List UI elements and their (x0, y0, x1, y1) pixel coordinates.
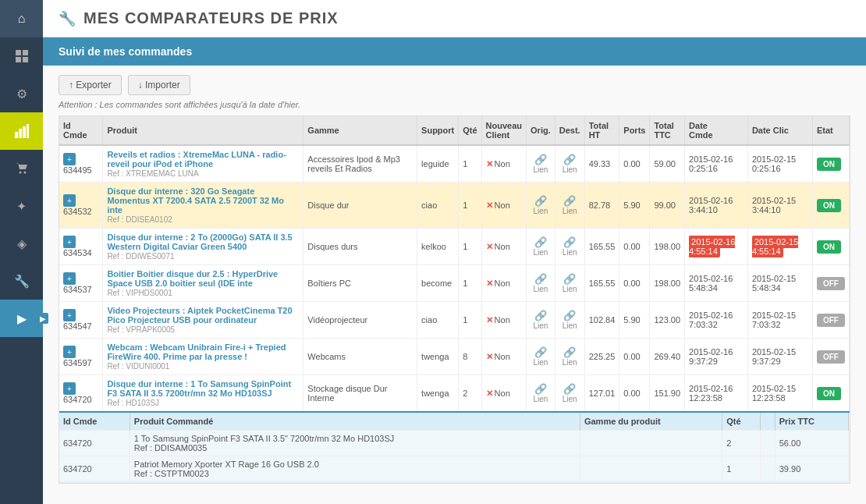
col-id[interactable]: IdCmde (59, 116, 103, 145)
sidebar-item-settings[interactable]: ⚙ (0, 75, 43, 112)
cell-dest: 🔗Lien (555, 183, 584, 229)
cell-etat: OFF (812, 265, 849, 302)
cell-total-ttc: 269.40 (650, 339, 685, 375)
col-support[interactable]: Support (417, 116, 459, 145)
cell-support: become (417, 265, 459, 302)
cell-qte: 1 (459, 229, 481, 265)
cell-dest: 🔗Lien (555, 375, 584, 413)
cell-produit: Webcam : Webcam Unibrain Fire-i + Trepie… (103, 339, 303, 375)
cell-gamme: Vidéoprojecteur (303, 302, 417, 339)
arrow-indicator: ▶ (37, 313, 48, 324)
sidebar-item-tags[interactable]: ◈ (0, 225, 43, 262)
toggle-button[interactable]: ON (817, 240, 841, 254)
col-produit[interactable]: Produit (103, 116, 303, 145)
cell-ports: 0.00 (619, 229, 650, 265)
cell-gamme: Accessoires Ipod & Mp3 reveils Et Radios (303, 145, 417, 183)
cell-id: + 634597 (59, 339, 103, 375)
cell-id: + 634547 (59, 302, 103, 339)
svg-rect-7 (27, 124, 29, 138)
cell-orig: 🔗Lien (527, 375, 555, 413)
toggle-button[interactable]: OFF (817, 314, 845, 327)
sidebar-item-tools[interactable]: 🔧 (0, 262, 43, 300)
col-date-clic[interactable]: Date Clic (747, 116, 812, 145)
svg-point-9 (23, 172, 26, 174)
section-header: Suivi de mes commandes (43, 37, 866, 66)
cell-total-ttc: 198.00 (650, 229, 685, 265)
cell-ports: 0.00 (619, 265, 650, 302)
toggle-button[interactable]: OFF (817, 350, 845, 364)
cell-nouveau-client: ✕ Non (481, 302, 526, 339)
col-total-ht[interactable]: TotalHT (584, 116, 619, 145)
cell-date-clic: 2015-02-15 4:55:14 (747, 229, 812, 265)
sidebar-item-users[interactable]: ✦ (0, 187, 43, 225)
cell-date-clic: 2015-02-15 9:37:29 (747, 339, 812, 375)
cell-orig: 🔗Lien (527, 265, 555, 302)
cell-ports: 5.90 (619, 183, 650, 229)
cell-produit: Disque dur interne : 1 To Samsung SpinPo… (103, 375, 303, 413)
cell-id: + 634532 (59, 183, 103, 229)
expand-button[interactable]: + (63, 194, 76, 207)
cell-date-cmde: 2015-02-16 5:48:34 (685, 265, 748, 302)
svg-rect-3 (23, 57, 28, 62)
col-date-cmde[interactable]: DateCmde (685, 116, 748, 145)
sidebar-item-home[interactable]: ⌂ (0, 0, 43, 37)
sidebar-item-dashboard[interactable] (0, 37, 43, 75)
cell-id: + 634537 (59, 265, 103, 302)
sub-col-header (761, 413, 775, 431)
col-orig[interactable]: Orig. (527, 116, 555, 145)
table-header-row: IdCmde Produit Gamme Support Qté Nouveau… (59, 116, 850, 145)
sub-cell-id: 634720 (59, 456, 130, 482)
table-row: + 634534 Disque dur interne : 2 To (2000… (59, 229, 850, 265)
col-gamme[interactable]: Gamme (303, 116, 417, 145)
date-highlight: 2015-02-16 4:55:14 (689, 236, 735, 257)
sidebar-item-arrow[interactable]: ▶ ▶ (0, 300, 43, 337)
expanded-cell: Id CmdeProduit CommandéGamme du produitQ… (59, 412, 850, 483)
toggle-button[interactable]: ON (817, 158, 841, 171)
import-button[interactable]: ↓ Importer (128, 75, 190, 95)
cell-date-clic: 2015-02-15 0:25:16 (747, 145, 812, 183)
col-total-ttc[interactable]: TotalTTC (650, 116, 685, 145)
toggle-button[interactable]: ON (817, 387, 841, 400)
expand-button[interactable]: + (63, 153, 76, 165)
sidebar: ⌂ ⚙ ✦ ◈ 🔧 ▶ ▶ (0, 0, 43, 504)
cell-support: leguide (417, 145, 459, 183)
sidebar-item-cart[interactable] (0, 150, 43, 187)
expand-button[interactable]: + (63, 309, 76, 321)
cell-date-cmde: 2015-02-16 9:37:29 (685, 339, 748, 375)
svg-rect-6 (23, 126, 26, 138)
notice-text: Attention : Les commandes sont affichées… (59, 100, 850, 109)
cell-produit: Video Projecteurs : Aiptek PocketCinema … (103, 302, 303, 339)
export-button[interactable]: ↑ Exporter (59, 75, 122, 95)
cell-qte: 2 (459, 375, 481, 413)
cell-date-clic: 2015-02-15 3:44:10 (747, 183, 812, 229)
expand-button[interactable]: + (63, 272, 76, 285)
sub-col-header: Prix TTC (775, 413, 848, 431)
col-etat[interactable]: Etat (812, 116, 849, 145)
cell-support: twenga (417, 339, 459, 375)
sidebar-item-chart[interactable] (0, 112, 43, 150)
cell-total-ttc: 59.00 (650, 145, 685, 183)
expand-button[interactable]: + (63, 382, 76, 395)
cell-orig: 🔗Lien (527, 229, 555, 265)
cell-produit: Boitier Boitier disque dur 2.5 : HyperDr… (103, 265, 303, 302)
cell-nouveau-client: ✕ Non (481, 229, 526, 265)
cell-dest: 🔗Lien (555, 302, 584, 339)
expand-button[interactable]: + (63, 346, 76, 358)
toggle-button[interactable]: ON (817, 199, 841, 212)
cell-gamme: Disques durs (303, 229, 417, 265)
cell-nouveau-client: ✕ Non (481, 265, 526, 302)
col-dest[interactable]: Dest. (555, 116, 584, 145)
toggle-button[interactable]: OFF (817, 277, 845, 290)
table-body: + 634495 Reveils et radios : XtremeMac L… (59, 145, 850, 483)
cell-dest: 🔗Lien (555, 265, 584, 302)
main-content: 🔧 MES COMPARATEURS DE PRIX Suivi de mes … (43, 0, 866, 504)
content-area: ↑ Exporter ↓ Importer Attention : Les co… (43, 66, 866, 504)
col-qte[interactable]: Qté (459, 116, 481, 145)
col-ports[interactable]: Ports (619, 116, 650, 145)
cell-date-clic: 2015-02-15 5:48:34 (747, 265, 812, 302)
svg-rect-1 (23, 50, 28, 55)
cell-date-cmde: 2015-02-16 7:03:32 (685, 302, 748, 339)
cell-qte: 1 (459, 183, 481, 229)
col-nouveau-client[interactable]: NouveauClient (481, 116, 526, 145)
expand-button[interactable]: + (63, 236, 76, 248)
